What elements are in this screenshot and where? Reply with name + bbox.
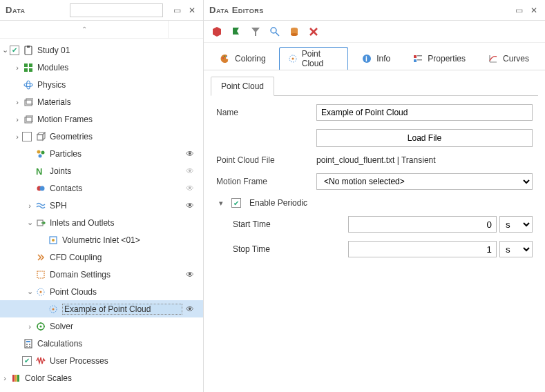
svg-rect-55 (414, 55, 417, 58)
study-checkbox[interactable] (10, 46, 19, 55)
restore-icon[interactable]: ▭ (171, 5, 182, 16)
restore-icon[interactable]: ▭ (513, 5, 524, 16)
motion-frame-select[interactable]: <No motion selected> (316, 173, 533, 190)
red-cube-icon[interactable] (211, 26, 223, 38)
tab-label: Point Cloud (302, 49, 340, 68)
tab-curves[interactable]: Curves (479, 47, 538, 70)
filter-visibility[interactable] (169, 21, 203, 38)
eye-icon[interactable]: 👁 (182, 149, 198, 159)
pointcloud-icon (47, 304, 59, 315)
tab-properties[interactable]: Properties (403, 47, 475, 70)
eye-icon[interactable]: 👁 (182, 304, 198, 314)
geometries-checkbox[interactable] (22, 132, 32, 141)
tree-label: Inlets and Outlets (50, 218, 198, 228)
svg-rect-32 (26, 341, 30, 342)
motion-frames-icon (22, 114, 35, 125)
data-editors-panel: Data Editors ▭ ✕ Coloring Point Cloud i … (204, 0, 545, 392)
tree-item-joints[interactable]: N Joints 👁 (0, 162, 203, 179)
svg-point-28 (52, 308, 55, 310)
close-icon[interactable]: ✕ (528, 5, 539, 16)
cfd-icon (35, 252, 47, 263)
point-cloud-form: Name Load File Point Cloud File point_cl… (204, 96, 545, 266)
svg-rect-2 (24, 63, 28, 67)
tree-item-materials[interactable]: › Materials (0, 93, 203, 110)
tree-item-domain-settings[interactable]: Domain Settings 👁 (0, 266, 203, 283)
chevron-right-icon[interactable]: › (12, 115, 22, 124)
user-processes-checkbox[interactable] (22, 356, 32, 366)
chevron-down-icon[interactable]: ⌄ (0, 46, 10, 55)
tree-item-volumetric-inlet[interactable]: Volumetric Inlet <01> (0, 231, 203, 248)
start-time-input[interactable] (348, 216, 497, 233)
tree-item-point-clouds[interactable]: ⌄ Point Clouds (0, 283, 203, 300)
svg-rect-3 (29, 63, 32, 67)
svg-rect-58 (417, 59, 422, 61)
delete-icon[interactable] (307, 26, 320, 38)
chevron-down-icon[interactable]: ▾ (216, 199, 226, 208)
tree-item-calculations[interactable]: Calculations (0, 335, 203, 352)
tree-item-geometries[interactable]: › Geometries (0, 128, 203, 145)
tree-item-cfd-coupling[interactable]: CFD Coupling (0, 248, 203, 266)
tab-point-cloud[interactable]: Point Cloud (279, 47, 349, 70)
chevron-down-icon[interactable]: ⌄ (25, 287, 35, 296)
name-input[interactable] (316, 104, 533, 121)
cylinder-icon[interactable] (288, 26, 300, 38)
load-file-button[interactable]: Load File (316, 129, 533, 147)
tree-item-solver[interactable]: › Solver (0, 317, 203, 335)
start-time-label: Start Time (233, 219, 316, 229)
funnel-icon[interactable] (249, 26, 262, 38)
stop-time-input[interactable] (348, 241, 497, 257)
svg-rect-56 (417, 55, 422, 57)
chevron-right-icon[interactable]: › (12, 98, 22, 106)
tree-item-modules[interactable]: › Modules (0, 59, 203, 76)
tree-item-inlets-outlets[interactable]: ⌄ Inlets and Outlets (0, 214, 203, 231)
tree-item-sph[interactable]: › SPH 👁 (0, 197, 203, 214)
chevron-right-icon[interactable]: › (12, 63, 22, 72)
eye-icon[interactable]: 👁 (182, 270, 198, 280)
svg-point-23 (52, 239, 55, 242)
tab-coloring[interactable]: Coloring (211, 47, 275, 70)
tree-item-user-processes[interactable]: User Processes (0, 352, 203, 369)
pointcloud-icon (35, 286, 47, 297)
tree-item-motion-frames[interactable]: › Motion Frames (0, 110, 203, 128)
data-tree: ⌄ Study 01 › Modules Physics › Materials… (0, 39, 203, 392)
tree-item-particles[interactable]: Particles 👁 (0, 145, 203, 162)
tree-item-color-scales[interactable]: › Color Scales (0, 369, 203, 386)
svg-rect-57 (414, 59, 417, 62)
filter-sort[interactable]: ⌃ (0, 21, 169, 38)
materials-icon (22, 97, 35, 108)
chevron-right-icon[interactable]: › (12, 133, 22, 141)
tree-item-study[interactable]: ⌄ Study 01 (0, 41, 203, 59)
chevron-right-icon[interactable]: › (0, 374, 10, 382)
curves-icon (488, 53, 499, 64)
svg-rect-31 (25, 340, 32, 348)
chevron-down-icon[interactable]: ⌄ (25, 218, 35, 227)
enable-periodic-checkbox[interactable] (231, 198, 241, 208)
start-time-unit-select[interactable]: s (499, 216, 533, 233)
svg-point-34 (29, 344, 30, 345)
chevron-right-icon[interactable]: › (25, 322, 35, 331)
svg-rect-1 (27, 46, 30, 48)
subtab-point-cloud[interactable]: Point Cloud (211, 77, 274, 96)
tree-label: Modules (37, 63, 198, 72)
tab-label: Coloring (235, 54, 266, 63)
inspect-icon[interactable] (269, 26, 281, 38)
tree-label: Joints (50, 166, 182, 176)
palette-icon (220, 53, 231, 64)
eye-icon[interactable]: 👁 (182, 201, 198, 210)
svg-rect-37 (12, 375, 15, 382)
data-search-input[interactable] (70, 3, 163, 17)
green-flag-icon[interactable] (230, 26, 242, 38)
tree-label: Contacts (50, 184, 182, 193)
close-icon[interactable]: ✕ (187, 5, 198, 16)
tree-item-example-point-cloud[interactable]: Example of Point Cloud 👁 (0, 300, 203, 317)
tree-label: Study 01 (37, 46, 198, 55)
tree-item-physics[interactable]: Physics (0, 76, 203, 93)
tree-item-contacts[interactable]: Contacts 👁 (0, 179, 203, 197)
chevron-right-icon[interactable]: › (25, 202, 35, 210)
editor-subtabs: Point Cloud (204, 70, 545, 95)
inlet-icon (47, 235, 59, 246)
eye-off-icon[interactable]: 👁 (182, 166, 198, 176)
tab-info[interactable]: i Info (352, 47, 399, 70)
eye-off-icon[interactable]: 👁 (182, 184, 198, 193)
stop-time-unit-select[interactable]: s (499, 241, 533, 257)
